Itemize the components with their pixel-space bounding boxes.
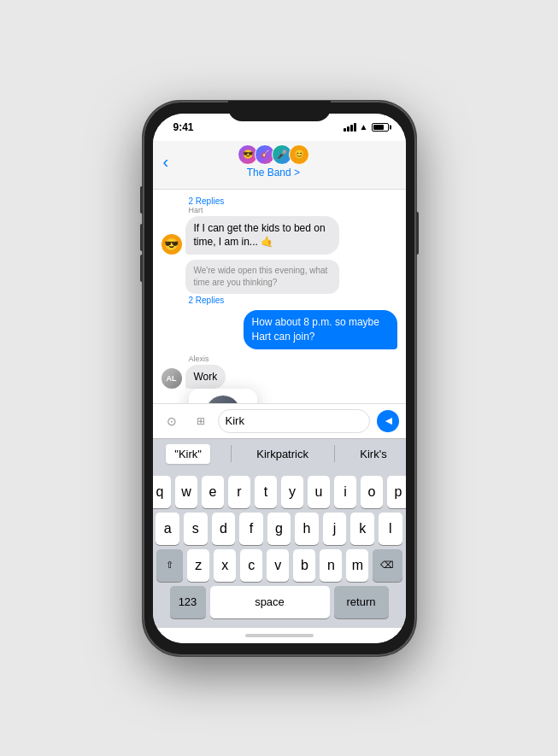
autocomplete-divider-2 bbox=[334, 445, 335, 462]
phone-frame: 9:41 ▲ ‹ 😎 bbox=[143, 101, 416, 656]
key-r[interactable]: r bbox=[228, 476, 250, 508]
bubble-4: Work bbox=[185, 365, 226, 390]
message-item-2: We're wide open this evening, what time … bbox=[162, 260, 397, 305]
key-v[interactable]: v bbox=[267, 549, 289, 582]
key-j[interactable]: j bbox=[323, 513, 347, 545]
message-content-2: We're wide open this evening, what time … bbox=[185, 260, 339, 294]
wifi-icon: ▲ bbox=[360, 122, 368, 132]
key-g[interactable]: g bbox=[267, 513, 291, 545]
conversation-header: ‹ 😎 🎸 🎤 😊 The Band > bbox=[153, 141, 406, 190]
message-input-wrap: Kirk bbox=[218, 409, 370, 433]
key-a[interactable]: a bbox=[156, 513, 179, 545]
mention-avatar: 👤 bbox=[206, 396, 240, 402]
message-item-3: How about 8 p.m. so maybe Hart can join? bbox=[162, 310, 397, 349]
return-key[interactable]: return bbox=[334, 586, 389, 618]
key-y[interactable]: y bbox=[281, 476, 303, 508]
keyboard: q w e r t y u i o p a s d f g h j k bbox=[153, 469, 406, 628]
message-row-4: AL Work bbox=[162, 365, 397, 390]
autocomplete-item-2[interactable]: Kirkpatrick bbox=[251, 444, 314, 464]
app-button[interactable]: ⊞ bbox=[189, 409, 213, 433]
key-l[interactable]: l bbox=[379, 513, 402, 545]
avatar-4: 😊 bbox=[289, 144, 309, 165]
num-key[interactable]: 123 bbox=[170, 586, 206, 618]
signal-icon bbox=[344, 123, 356, 132]
key-x[interactable]: x bbox=[214, 549, 236, 582]
avatar-hart: 😎 bbox=[162, 234, 182, 255]
sender-name-1: Hart bbox=[189, 206, 397, 214]
key-s[interactable]: s bbox=[184, 513, 208, 545]
app-icon: ⊞ bbox=[197, 415, 205, 427]
back-button[interactable]: ‹ bbox=[163, 153, 169, 170]
key-f[interactable]: f bbox=[239, 513, 263, 545]
message-input[interactable]: Kirk bbox=[226, 414, 362, 427]
message-row-1: 😎 If I can get the kids to bed on time, … bbox=[162, 216, 397, 255]
space-key[interactable]: space bbox=[210, 586, 330, 618]
avatar-group: 😎 🎸 🎤 😊 bbox=[238, 144, 309, 165]
key-z[interactable]: z bbox=[187, 549, 209, 582]
key-p[interactable]: p bbox=[387, 476, 406, 508]
notch bbox=[228, 101, 331, 121]
key-c[interactable]: c bbox=[240, 549, 262, 582]
message-row-2: We're wide open this evening, what time … bbox=[162, 260, 397, 294]
key-k[interactable]: k bbox=[350, 513, 374, 545]
status-icons: ▲ bbox=[344, 122, 389, 132]
group-name[interactable]: The Band > bbox=[247, 167, 300, 179]
message-row-3: How about 8 p.m. so maybe Hart can join? bbox=[162, 310, 397, 349]
key-n[interactable]: n bbox=[320, 549, 342, 582]
keyboard-row-2: a s d f g h j k l bbox=[156, 513, 402, 545]
battery-icon bbox=[372, 123, 389, 132]
key-b[interactable]: b bbox=[293, 549, 315, 582]
key-i[interactable]: i bbox=[334, 476, 356, 508]
send-button[interactable]: ▲ bbox=[377, 410, 399, 432]
message-item: 2 Replies Hart 😎 If I can get the kids t… bbox=[162, 196, 397, 255]
delete-key[interactable]: ⌫ bbox=[373, 549, 402, 582]
keyboard-row-1: q w e r t y u i o p bbox=[156, 476, 402, 508]
header-center: 😎 🎸 🎤 😊 The Band > bbox=[168, 144, 378, 179]
key-q[interactable]: q bbox=[153, 476, 172, 508]
bubble-1: If I can get the kids to bed on time, I … bbox=[185, 216, 339, 255]
replies-link-1[interactable]: 2 Replies bbox=[189, 196, 397, 206]
shift-key[interactable]: ⇧ bbox=[156, 549, 184, 582]
key-m[interactable]: m bbox=[346, 549, 368, 582]
message-content-4: Work bbox=[185, 365, 226, 390]
camera-icon: ⊙ bbox=[167, 414, 177, 428]
bubble-2: We're wide open this evening, what time … bbox=[185, 260, 339, 294]
key-w[interactable]: w bbox=[175, 476, 197, 508]
phone-screen: 9:41 ▲ ‹ 😎 bbox=[153, 114, 406, 643]
keyboard-row-4: 123 space return bbox=[156, 586, 402, 618]
messages-list: 2 Replies Hart 😎 If I can get the kids t… bbox=[153, 190, 406, 403]
autocomplete-bar: "Kirk" Kirkpatrick Kirk's bbox=[153, 438, 406, 469]
status-time: 9:41 bbox=[173, 121, 194, 133]
autocomplete-divider-1 bbox=[231, 445, 232, 462]
home-indicator bbox=[153, 628, 406, 643]
autocomplete-item-3[interactable]: Kirk's bbox=[355, 444, 391, 464]
autocomplete-item-1[interactable]: "Kirk" bbox=[166, 444, 210, 464]
send-arrow-icon: ▲ bbox=[380, 415, 394, 427]
message-content-1: If I can get the kids to bed on time, I … bbox=[185, 216, 339, 255]
key-t[interactable]: t bbox=[255, 476, 277, 508]
input-area: ⊙ ⊞ Kirk ▲ bbox=[153, 403, 406, 438]
bubble-3: How about 8 p.m. so maybe Hart can join? bbox=[244, 310, 397, 349]
message-content-3: How about 8 p.m. so maybe Hart can join? bbox=[244, 310, 397, 349]
replies-link-2[interactable]: 2 Replies bbox=[189, 296, 397, 305]
key-o[interactable]: o bbox=[361, 476, 383, 508]
keyboard-row-3: ⇧ z x c v b n m ⌫ bbox=[156, 549, 402, 582]
avatar-alexis: AL bbox=[162, 368, 182, 389]
key-e[interactable]: e bbox=[202, 476, 224, 508]
message-item-4: Alexis AL Work 👤 Kirk bbox=[162, 355, 397, 403]
camera-button[interactable]: ⊙ bbox=[160, 409, 184, 433]
key-u[interactable]: u bbox=[308, 476, 330, 508]
mention-popup[interactable]: 👤 Kirk bbox=[189, 389, 257, 402]
home-bar bbox=[245, 634, 314, 637]
key-d[interactable]: d bbox=[212, 513, 236, 545]
sender-name-4: Alexis bbox=[189, 355, 397, 363]
key-h[interactable]: h bbox=[295, 513, 319, 545]
